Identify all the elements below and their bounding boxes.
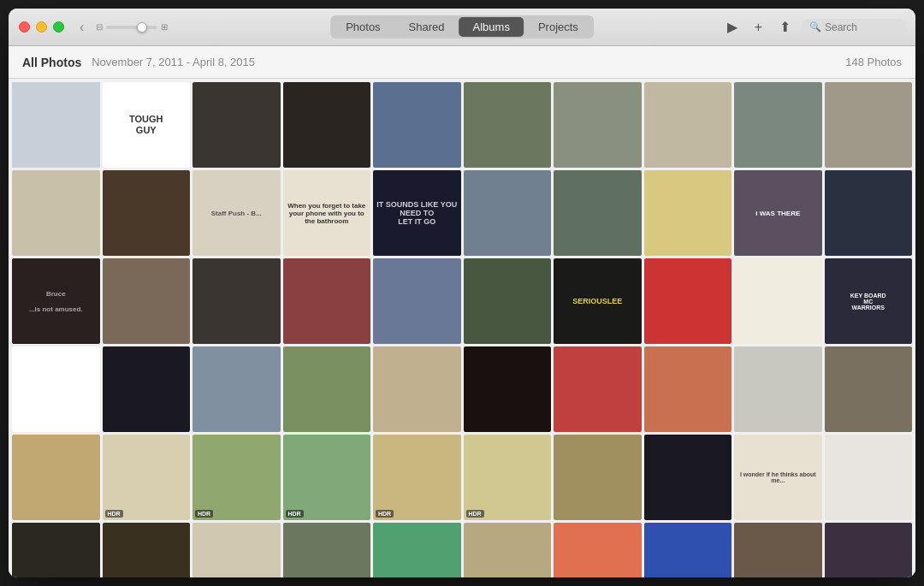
photo-cell[interactable] bbox=[825, 82, 913, 168]
photo-cell[interactable] bbox=[373, 82, 461, 168]
hdr-badge: HDR bbox=[105, 510, 123, 518]
photo-cell[interactable] bbox=[192, 346, 281, 432]
play-button[interactable]: ▶ bbox=[722, 16, 743, 38]
grid-row: I CAN DOMOREPULLUPSTHAN YOURBOYFRIEND bbox=[12, 346, 912, 432]
photo-cell[interactable] bbox=[464, 82, 552, 168]
photo-cell[interactable] bbox=[103, 523, 191, 577]
photo-cell[interactable]: HDR bbox=[103, 435, 191, 520]
traffic-lights bbox=[19, 21, 64, 33]
maximize-button[interactable] bbox=[53, 21, 64, 33]
photo-cell[interactable] bbox=[734, 258, 822, 344]
photo-cell[interactable]: IT SOUNDS LIKE YOU NEED TOLET IT GO bbox=[373, 170, 461, 256]
photo-cell[interactable] bbox=[554, 346, 642, 432]
date-range: November 7, 2011 - April 8, 2015 bbox=[92, 56, 255, 68]
hdr-badge: HDR bbox=[466, 510, 484, 518]
photo-cell[interactable] bbox=[734, 346, 822, 432]
photo-cell[interactable] bbox=[12, 435, 100, 520]
photo-cell[interactable]: HDR bbox=[644, 523, 732, 577]
photo-cell[interactable] bbox=[644, 170, 732, 256]
photo-cell[interactable]: I wonder if he thinks about me... bbox=[734, 435, 822, 520]
photo-grid: TOUGHGUY Staff Push - B... When you fo bbox=[9, 79, 915, 577]
titlebar: ‹ ⊟ ⊞ Photos Shared Albums Projects ▶ + … bbox=[9, 9, 915, 46]
minimize-button[interactable] bbox=[36, 21, 47, 33]
hdr-badge: HDR bbox=[195, 510, 213, 518]
photo-cell[interactable] bbox=[734, 523, 822, 577]
share-button[interactable]: ⬆ bbox=[774, 16, 796, 38]
photo-cell[interactable] bbox=[734, 82, 822, 168]
all-photos-button[interactable]: All Photos bbox=[22, 56, 81, 69]
hdr-badge: HDR bbox=[286, 510, 304, 518]
photo-count: 148 Photos bbox=[845, 56, 902, 68]
photo-cell[interactable]: HDR bbox=[283, 435, 371, 520]
tab-projects[interactable]: Projects bbox=[524, 17, 592, 37]
photo-cell[interactable] bbox=[644, 435, 732, 520]
photo-cell[interactable] bbox=[12, 523, 100, 577]
tab-photos[interactable]: Photos bbox=[332, 17, 394, 37]
photo-cell[interactable] bbox=[12, 170, 100, 256]
photo-cell[interactable] bbox=[825, 346, 913, 432]
photo-cell[interactable] bbox=[825, 170, 913, 256]
back-button[interactable]: ‹ bbox=[74, 18, 89, 37]
nav-tabs: Photos Shared Albums Projects bbox=[330, 15, 594, 38]
photo-cell[interactable] bbox=[464, 258, 552, 344]
add-button[interactable]: + bbox=[749, 17, 767, 38]
photo-cell[interactable]: HDR bbox=[464, 435, 552, 520]
slider-thumb[interactable] bbox=[137, 22, 147, 33]
photo-cell[interactable]: I CAN DOMOREPULLUPSTHAN YOURBOYFRIEND bbox=[12, 346, 100, 432]
photo-toolbar: All Photos November 7, 2011 - April 8, 2… bbox=[9, 46, 915, 79]
grid-row: Bruce...is not amused. SERIOUSLEE bbox=[12, 258, 912, 344]
tab-albums[interactable]: Albums bbox=[459, 17, 524, 37]
hdr-badge: HDR bbox=[376, 510, 394, 518]
photo-cell[interactable]: HDR bbox=[373, 435, 461, 520]
photo-cell[interactable] bbox=[644, 346, 732, 432]
zoom-slider[interactable]: ⊟ ⊞ bbox=[96, 22, 168, 32]
photo-cell[interactable]: HDR bbox=[554, 523, 642, 577]
photo-cell[interactable] bbox=[192, 82, 281, 168]
search-icon: 🔍 bbox=[809, 21, 821, 33]
tab-shared[interactable]: Shared bbox=[395, 17, 459, 37]
photo-cell[interactable] bbox=[103, 346, 191, 432]
photo-cell[interactable] bbox=[464, 170, 552, 256]
close-button[interactable] bbox=[19, 21, 30, 33]
photo-cell[interactable]: HDR bbox=[192, 435, 281, 520]
photo-cell[interactable] bbox=[283, 82, 371, 168]
right-controls: ▶ + ⬆ 🔍 bbox=[722, 16, 905, 38]
photo-cell[interactable]: When you forget to take your phone with … bbox=[283, 170, 371, 256]
photo-cell[interactable] bbox=[554, 82, 642, 168]
photo-cell[interactable] bbox=[283, 523, 371, 577]
photo-cell[interactable] bbox=[554, 170, 642, 256]
photo-cell[interactable]: KEY BOARDMCWARRIORS bbox=[825, 258, 913, 344]
photo-cell[interactable]: Staff Push - B... bbox=[192, 170, 281, 256]
photo-cell[interactable] bbox=[644, 258, 732, 344]
photo-cell[interactable]: SERIOUSLEE bbox=[554, 258, 642, 344]
photo-cell[interactable] bbox=[825, 523, 913, 577]
photo-cell[interactable] bbox=[103, 170, 191, 256]
search-box[interactable]: 🔍 bbox=[803, 19, 905, 36]
photo-cell[interactable] bbox=[825, 435, 913, 520]
zoom-out-icon: ⊟ bbox=[96, 22, 103, 32]
photo-cell[interactable] bbox=[373, 346, 461, 432]
photo-cell[interactable] bbox=[283, 346, 371, 432]
photo-cell[interactable]: I WAS THERE bbox=[734, 170, 822, 256]
photo-cell[interactable]: TOUGHGUY bbox=[103, 82, 191, 168]
grid-row: Staff Push - B... When you forget to tak… bbox=[12, 170, 912, 256]
photo-cell[interactable] bbox=[373, 523, 461, 577]
photo-cell[interactable] bbox=[373, 258, 461, 344]
search-input[interactable] bbox=[825, 21, 902, 33]
photo-cell[interactable] bbox=[644, 82, 732, 168]
photo-cell[interactable] bbox=[464, 346, 552, 432]
photo-cell[interactable] bbox=[554, 435, 642, 520]
grid-row: HDR HDR HDR HDR HDR bbox=[12, 435, 912, 520]
main-window: ‹ ⊟ ⊞ Photos Shared Albums Projects ▶ + … bbox=[9, 9, 915, 577]
photo-cell[interactable] bbox=[12, 82, 100, 168]
photo-cell[interactable] bbox=[192, 523, 281, 577]
slider-track[interactable] bbox=[106, 26, 157, 29]
grid-row: TOUGHGUY bbox=[12, 82, 912, 168]
grid-row: HDR HDR bbox=[12, 523, 912, 577]
photo-cell[interactable] bbox=[103, 258, 191, 344]
zoom-in-icon: ⊞ bbox=[161, 22, 168, 32]
photo-cell[interactable] bbox=[464, 523, 552, 577]
photo-cell[interactable] bbox=[283, 258, 371, 344]
photo-cell[interactable] bbox=[192, 258, 281, 344]
photo-cell[interactable]: Bruce...is not amused. bbox=[12, 258, 100, 344]
